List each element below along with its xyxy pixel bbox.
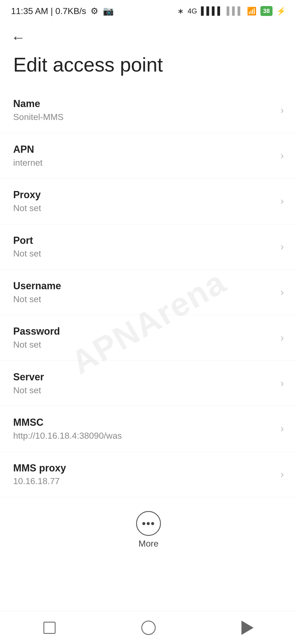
settings-item-value: 10.16.18.77 (13, 476, 275, 487)
nav-recent-button[interactable] (38, 617, 61, 639)
settings-item-value: Not set (13, 339, 275, 351)
chevron-right-icon: › (280, 105, 284, 116)
settings-item-username[interactable]: Username Not set › (0, 270, 297, 315)
settings-item-label: Proxy (13, 189, 275, 201)
signal-4g-icon: 4G (188, 7, 197, 15)
settings-list: Name Sonitel-MMS › APN internet › Proxy … (0, 88, 297, 497)
settings-item-content: Name Sonitel-MMS (13, 97, 275, 123)
settings-item-mms-proxy[interactable]: MMS proxy 10.16.18.77 › (0, 452, 297, 497)
settings-item-content: Server Not set (13, 371, 275, 396)
back-arrow-icon: ← (11, 30, 25, 45)
settings-item-proxy[interactable]: Proxy Not set › (0, 179, 297, 224)
settings-item-name[interactable]: Name Sonitel-MMS › (0, 88, 297, 133)
nav-home-button[interactable] (138, 617, 160, 639)
settings-item-password[interactable]: Password Not set › (0, 315, 297, 361)
more-label: More (139, 539, 159, 549)
settings-item-mmsc[interactable]: MMSC http://10.16.18.4:38090/was › (0, 406, 297, 452)
settings-item-label: MMSC (13, 416, 275, 429)
settings-item-content: APN internet (13, 143, 275, 168)
signal-bars2-icon: ▌▌▌ (227, 7, 243, 15)
status-left: 11:35 AM | 0.7KB/s ⚙ 📷 (11, 6, 114, 16)
charging-icon: ⚡ (276, 7, 286, 16)
nav-triangle-icon (241, 621, 254, 635)
nav-back-button[interactable] (237, 617, 258, 639)
settings-item-value: http://10.16.18.4:38090/was (13, 430, 275, 442)
settings-item-label: Name (13, 97, 275, 110)
settings-item-content: Proxy Not set (13, 189, 275, 214)
settings-item-value: Not set (13, 385, 275, 396)
chevron-right-icon: › (280, 469, 284, 480)
chevron-right-icon: › (280, 195, 284, 207)
settings-item-value: Not set (13, 203, 275, 214)
bluetooth-icon: ∗ (177, 7, 184, 16)
chevron-right-icon: › (280, 286, 284, 298)
more-button-container[interactable]: ••• More (0, 500, 297, 560)
settings-item-value: Not set (13, 248, 275, 260)
battery-indicator: 38 (260, 6, 273, 16)
back-button[interactable]: ← (0, 22, 297, 47)
more-circle: ••• (136, 511, 161, 536)
settings-item-label: Port (13, 234, 275, 247)
camera-icon: 📷 (103, 6, 114, 16)
wifi-icon: 📶 (247, 7, 257, 16)
settings-item-content: MMS proxy 10.16.18.77 (13, 462, 275, 487)
settings-item-label: APN (13, 143, 275, 156)
more-dots-icon: ••• (142, 518, 155, 529)
settings-item-value: Sonitel-MMS (13, 111, 275, 123)
settings-item-apn[interactable]: APN internet › (0, 133, 297, 179)
chevron-right-icon: › (280, 423, 284, 435)
settings-item-content: MMSC http://10.16.18.4:38090/was (13, 416, 275, 441)
settings-item-content: Username Not set (13, 280, 275, 305)
settings-item-content: Password Not set (13, 325, 275, 350)
time-text: 11:35 AM | 0.7KB/s (11, 6, 86, 16)
settings-item-label: Password (13, 325, 275, 338)
settings-item-label: MMS proxy (13, 462, 275, 475)
nav-square-icon (43, 622, 56, 634)
settings-icon: ⚙ (90, 6, 98, 16)
settings-item-server[interactable]: Server Not set › (0, 361, 297, 406)
settings-item-value: Not set (13, 294, 275, 305)
status-bar: 11:35 AM | 0.7KB/s ⚙ 📷 ∗ 4G ▌▌▌▌ ▌▌▌ 📶 3… (0, 0, 297, 22)
settings-item-value: internet (13, 157, 275, 169)
chevron-right-icon: › (280, 332, 284, 344)
page-title: Edit access point (0, 47, 297, 88)
nav-circle-icon (141, 621, 156, 635)
settings-item-port[interactable]: Port Not set › (0, 224, 297, 270)
settings-item-label: Server (13, 371, 275, 384)
signal-bars-icon: ▌▌▌▌ (201, 7, 223, 15)
status-right: ∗ 4G ▌▌▌▌ ▌▌▌ 📶 38 ⚡ (177, 6, 286, 16)
bottom-nav (0, 611, 297, 644)
chevron-right-icon: › (280, 241, 284, 253)
settings-item-label: Username (13, 280, 275, 293)
chevron-right-icon: › (280, 378, 284, 389)
chevron-right-icon: › (280, 150, 284, 162)
settings-item-content: Port Not set (13, 234, 275, 260)
